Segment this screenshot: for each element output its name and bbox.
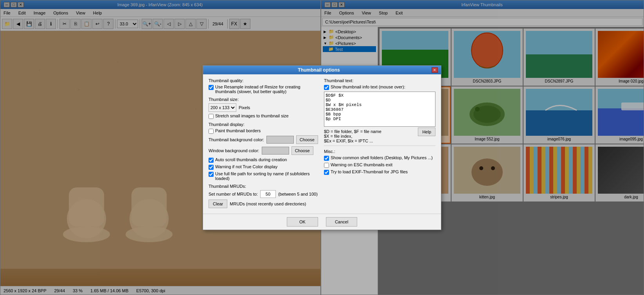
- misc-divider: [324, 146, 435, 146]
- try-exif-label: Try to load EXIF-Thumbnail for JPG files: [331, 169, 408, 174]
- clear-mruds-btn[interactable]: Clear: [209, 200, 227, 208]
- resample-row: Use Resample instead of Resize for creat…: [209, 85, 320, 94]
- dialog-left-panel: Thumbnail quality: Use Resample instead …: [209, 78, 320, 210]
- size-select[interactable]: 200 x 133 100 x 67 150 x 100 250 x 167: [209, 103, 236, 112]
- show-info-checkbox[interactable]: [324, 85, 329, 90]
- show-info-row: Show thumbnail info text (mouse over):: [324, 85, 435, 90]
- auto-scroll-row: Auto scroll thumbnails during creation: [209, 157, 320, 163]
- warning-color-row: Warning if not True Color display: [209, 164, 320, 170]
- text-section-label: Thumbnail text:: [324, 78, 435, 83]
- choose-win-bg-btn[interactable]: Choose: [291, 146, 313, 155]
- dialog-close-btn[interactable]: ✕: [432, 67, 438, 73]
- warning-esc-checkbox[interactable]: [324, 163, 329, 168]
- help-text-line3: $Ex = EXIF, $Ix = IPTC ...: [324, 139, 416, 143]
- auto-scroll-checkbox[interactable]: [209, 158, 214, 163]
- thumb-bg-color-row: Thumbnail background color: Choose: [209, 135, 320, 144]
- warning-esc-row: Warning on ESC thumbnails exit: [324, 162, 435, 168]
- dialog-footer: OK Cancel: [203, 214, 441, 230]
- quality-section-label: Thumbnail quality:: [209, 78, 320, 83]
- help-text-line1: $D = file folder, $F = file name: [324, 129, 416, 134]
- show-shell-checkbox[interactable]: [324, 156, 329, 161]
- paint-borders-label: Paint thumbnail borders: [215, 128, 261, 133]
- misc-section-label: Misc.:: [324, 149, 435, 154]
- auto-scroll-label: Auto scroll thumbnails during creation: [215, 157, 287, 162]
- full-path-label: Use full file path for sorting by name (…: [215, 171, 320, 181]
- stretch-label: Stretch small images to thumbnail size: [215, 113, 289, 118]
- dialog-title: Thumbnail options: [206, 67, 432, 73]
- mruds-count-row: Set number of MRUDs to: 50 (between 5 an…: [209, 190, 320, 198]
- dialog-title-bar: Thumbnail options ✕: [203, 66, 441, 74]
- thumbnail-options-dialog: Thumbnail options ✕ Thumbnail quality: U…: [203, 65, 441, 230]
- resample-label: Use Resample instead of Resize for creat…: [215, 85, 320, 94]
- pixels-label: Pixels: [239, 105, 250, 110]
- thumb-bg-color-label: Thumbnail background color:: [209, 137, 264, 142]
- try-exif-row: Try to load EXIF-Thumbnail for JPG files: [324, 169, 435, 175]
- mruds-range-label: (between 5 and 100): [278, 192, 318, 196]
- dialog-body: Thumbnail quality: Use Resample instead …: [203, 74, 441, 214]
- show-shell-row: Show common shell folders (Desktop, My P…: [324, 155, 435, 161]
- full-path-row: Use full file path for sorting by name (…: [209, 171, 320, 181]
- cancel-btn[interactable]: Cancel: [326, 217, 357, 227]
- resample-checkbox[interactable]: [209, 85, 214, 90]
- size-row: 200 x 133 100 x 67 150 x 100 250 x 167 P…: [209, 103, 320, 112]
- display-section-label: Thumbnail display:: [209, 122, 320, 127]
- info-text-area[interactable]: $D$F $X $D $W x $H pixels $E36867 $B bpp…: [324, 92, 435, 127]
- show-shell-label: Show common shell folders (Desktop, My P…: [331, 155, 433, 160]
- mruds-clear-row: Clear MRUDs (most recently used director…: [209, 200, 320, 208]
- show-info-label: Show thumbnail info text (mouse over):: [331, 85, 405, 89]
- try-exif-checkbox[interactable]: [324, 170, 329, 175]
- paint-borders-row: Paint thumbnail borders: [209, 128, 320, 134]
- size-section-label: Thumbnail size:: [209, 97, 320, 102]
- mruds-input[interactable]: 50: [260, 190, 276, 198]
- dialog-right-panel: Thumbnail text: Show thumbnail info text…: [324, 78, 435, 210]
- ok-btn[interactable]: OK: [287, 217, 318, 227]
- help-text-line2: $X = file index,: [324, 134, 416, 139]
- warning-color-checkbox[interactable]: [209, 165, 214, 170]
- stretch-checkbox[interactable]: [209, 114, 214, 119]
- help-btn[interactable]: Help: [418, 128, 435, 136]
- stretch-row: Stretch small images to thumbnail size: [209, 113, 320, 119]
- paint-borders-checkbox[interactable]: [209, 129, 214, 134]
- dialog-overlay: Thumbnail options ✕ Thumbnail quality: U…: [0, 0, 644, 295]
- win-bg-color-label: Window background color:: [209, 148, 259, 153]
- warning-esc-label: Warning on ESC thumbnails exit: [331, 162, 392, 167]
- help-row: $D = file folder, $F = file name $X = fi…: [324, 128, 435, 143]
- full-path-checkbox[interactable]: [209, 172, 214, 177]
- warning-color-label: Warning if not True Color display: [215, 164, 277, 169]
- set-mruds-label: Set number of MRUDs to:: [209, 192, 258, 196]
- choose-thumb-bg-btn[interactable]: Choose: [296, 135, 318, 144]
- mruds-section-label: Thumbnail MRUDs:: [209, 184, 320, 189]
- win-bg-swatch: [262, 147, 289, 155]
- mruds-desc-label: MRUDs (most recently used directories): [230, 201, 306, 206]
- thumb-bg-swatch: [266, 136, 294, 144]
- win-bg-color-row: Window background color: Choose: [209, 146, 320, 155]
